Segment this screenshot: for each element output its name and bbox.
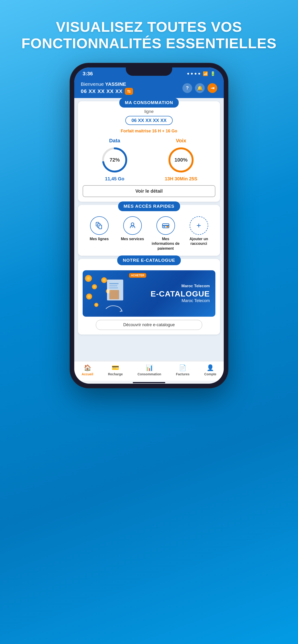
nav-factures[interactable]: 📄 Factures	[176, 364, 189, 376]
coin-1	[85, 275, 92, 282]
data-circle: 72%	[101, 146, 129, 174]
notification-button[interactable]: 🔔	[195, 83, 205, 93]
nav-compte-icon: 👤	[207, 364, 214, 372]
add-shortcut-button[interactable]: + Ajouter un raccourci	[185, 216, 213, 246]
mes-services-button[interactable]: Mes services	[119, 216, 146, 242]
nav-compte-label: Compte	[204, 372, 216, 376]
coin-2	[92, 284, 97, 289]
achat-badge: ACHETER	[129, 273, 146, 278]
consommation-section: MA CONSOMMATION ligne 06 XX XX XX XX For…	[78, 101, 220, 202]
nav-factures-icon: 📄	[179, 364, 186, 372]
mes-lignes-icon	[90, 216, 109, 235]
nav-recharge-label: Recharge	[108, 372, 123, 376]
acces-title: MES ACCÈS RAPIDES	[118, 202, 180, 211]
catalogue-banner[interactable]: ACHETER Maroc Telecom E-CATALOGUE Maroc …	[83, 270, 215, 317]
coin-3	[86, 294, 92, 300]
voix-gauge: Voix 100% 13H 30Min 25S	[165, 138, 197, 182]
time: 3:36	[83, 71, 93, 77]
data-percent: 72%	[110, 157, 120, 163]
nav-recharge-icon: 💳	[112, 364, 119, 372]
add-shortcut-label: Ajouter un raccourci	[185, 237, 213, 246]
svg-rect-10	[163, 226, 165, 227]
logout-button[interactable]: ⇥	[207, 83, 217, 93]
data-gauge: Data 72% 11,45 Go	[101, 138, 129, 182]
paiement-button[interactable]: Mes informations de paiement	[152, 216, 180, 251]
notch	[126, 68, 172, 76]
mes-lignes-label: Mes lignes	[90, 237, 109, 242]
nav-recharge[interactable]: 💳 Recharge	[108, 364, 123, 376]
ligne-label: ligne	[83, 109, 215, 114]
welcome-text: Bienvenue YASSINE	[81, 81, 133, 87]
nav-accueil-label: Accueil	[82, 372, 93, 376]
mes-services-icon	[123, 216, 142, 235]
svg-rect-18	[109, 290, 119, 299]
forfait-label: Forfait maitrise 16 H + 16 Go	[83, 129, 215, 134]
consommation-title: MA CONSOMMATION	[119, 98, 179, 108]
bottom-nav: 🏠 Accueil 💳 Recharge 📊 Consommation 📄 Fa…	[74, 361, 224, 381]
phone-number-row: 06 XX XX XX XX ⇆	[81, 88, 133, 95]
nav-compte[interactable]: 👤 Compte	[204, 364, 216, 376]
status-icons: ● ● ● ● 📶 🔋	[187, 71, 216, 76]
catalogue-subtitle: Maroc Telecom	[151, 298, 210, 303]
decouvrir-button[interactable]: Découvrir notre e-catalogue	[96, 320, 202, 330]
phone-screen: 3:36 ● ● ● ● 📶 🔋 Bienvenue YASSINE 06 XX…	[74, 68, 224, 384]
phone-mockup: 3:36 ● ● ● ● 📶 🔋 Bienvenue YASSINE 06 XX…	[70, 63, 228, 388]
paiement-icon	[156, 216, 175, 235]
dots-icon: ● ● ● ●	[187, 71, 201, 76]
page-headline: VISUALISEZ TOUTES VOS FONCTIONNALITÉS ES…	[0, 0, 298, 63]
svg-point-7	[131, 223, 134, 226]
help-button[interactable]: ?	[182, 83, 192, 93]
svg-rect-6	[99, 225, 102, 229]
coin-4	[94, 303, 98, 307]
home-indicator	[133, 382, 165, 383]
paiement-label: Mes informations de paiement	[152, 237, 180, 251]
svg-rect-9	[162, 225, 169, 226]
nav-factures-label: Factures	[176, 372, 189, 376]
catalogue-brand: Maroc Telecom	[151, 284, 210, 288]
catalogue-section: NOTRE E-CATALOGUE	[78, 259, 220, 334]
phone-number: 06 XX XX XX XX	[81, 88, 123, 94]
catalogue-main-title: E-CATALOGUE	[151, 289, 210, 298]
mes-lignes-button[interactable]: Mes lignes	[85, 216, 113, 242]
acces-rapides-section: MES ACCÈS RAPIDES Mes lignes	[78, 205, 220, 256]
mes-services-label: Mes services	[121, 237, 144, 242]
voix-percent: 100%	[175, 157, 187, 163]
user-info: Bienvenue YASSINE 06 XX XX XX XX ⇆	[81, 81, 133, 95]
quick-access-row: Mes lignes Mes services	[83, 216, 215, 251]
voix-circle: 100%	[167, 146, 195, 174]
voir-detail-button[interactable]: Voir le détail	[83, 185, 215, 197]
add-shortcut-icon: +	[190, 216, 208, 235]
ligne-number: 06 XX XX XX XX	[125, 116, 172, 125]
battery-icon: 🔋	[210, 71, 215, 76]
svg-rect-15	[109, 283, 119, 284]
voix-label: Voix	[176, 138, 186, 144]
nav-consommation[interactable]: 📊 Consommation	[138, 364, 161, 376]
data-label: Data	[109, 138, 120, 144]
svg-rect-17	[109, 288, 118, 288]
svg-point-12	[166, 226, 168, 228]
catalogue-title: NOTRE E-CATALOGUE	[117, 256, 181, 265]
swap-button[interactable]: ⇆	[125, 88, 133, 95]
svg-rect-16	[109, 285, 117, 286]
nav-home-icon: 🏠	[84, 364, 91, 372]
hand-icon	[101, 300, 124, 314]
wifi-icon: 📶	[203, 71, 208, 76]
voix-value: 13H 30Min 25S	[165, 176, 197, 182]
catalogue-content: Maroc Telecom E-CATALOGUE Maroc Telecom	[151, 284, 210, 303]
nav-conso-label: Consommation	[138, 372, 161, 376]
header-actions: ? 🔔 ⇥	[182, 83, 217, 93]
app-content: MA CONSOMMATION ligne 06 XX XX XX XX For…	[74, 98, 224, 361]
nav-conso-icon: 📊	[146, 364, 153, 372]
data-value: 11,45 Go	[105, 176, 124, 182]
nav-accueil[interactable]: 🏠 Accueil	[82, 364, 93, 376]
gauges-row: Data 72% 11,45 Go Voix	[83, 138, 215, 182]
app-header: Bienvenue YASSINE 06 XX XX XX XX ⇆ ? 🔔 ⇥	[74, 79, 224, 98]
